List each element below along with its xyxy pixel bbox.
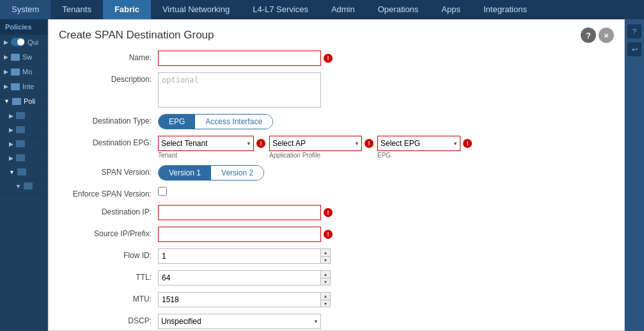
folder-icon bbox=[11, 54, 20, 61]
sidebar-item-sub1[interactable]: ▶ bbox=[0, 109, 47, 123]
mtu-label: MTU: bbox=[59, 292, 158, 303]
mtu-control-wrap: ▲ ▼ bbox=[158, 292, 614, 307]
sidebar-arrow: ▼ bbox=[4, 98, 10, 104]
mtu-increment[interactable]: ▲ bbox=[320, 292, 331, 300]
nav-system[interactable]: System bbox=[0, 0, 51, 19]
dscp-control-wrap: Unspecified ▼ bbox=[158, 314, 614, 329]
epg-select[interactable]: Select EPG bbox=[377, 136, 460, 151]
modal-header: Create SPAN Destination Group ? × bbox=[49, 20, 624, 48]
ttl-decrement[interactable]: ▼ bbox=[320, 278, 331, 286]
sidebar-item-sw[interactable]: ▶ Sw bbox=[0, 50, 47, 65]
description-row: Description: optional bbox=[59, 72, 614, 108]
destination-type-label: Destination Type: bbox=[59, 114, 158, 125]
sidebar-item-sub6[interactable]: ▼ bbox=[0, 179, 47, 193]
destination-type-row: Destination Type: EPG Access Interface bbox=[59, 114, 614, 129]
epg-sub-label: EPG bbox=[377, 152, 472, 159]
dscp-label: DSCP: bbox=[59, 314, 158, 325]
sidebar-item-mo[interactable]: ▶ Mo bbox=[0, 65, 47, 79]
name-label: Name: bbox=[59, 51, 158, 62]
description-input[interactable]: optional bbox=[158, 72, 321, 108]
ttl-control-wrap: ▲ ▼ bbox=[158, 270, 614, 286]
sidebar-arrow: ▶ bbox=[4, 54, 8, 60]
dscp-select[interactable]: Unspecified bbox=[158, 314, 321, 329]
flow-id-spinner: ▲ ▼ bbox=[320, 248, 331, 264]
destination-type-control-wrap: EPG Access Interface bbox=[158, 114, 614, 129]
mtu-spinner: ▲ ▼ bbox=[320, 292, 331, 307]
span-version-toggle-group: Version 1 Version 2 bbox=[158, 165, 264, 181]
tenant-sub-label: Tenant bbox=[158, 152, 265, 159]
right-panel-help-btn[interactable]: ? bbox=[627, 24, 641, 38]
nav-l4l7[interactable]: L4-L7 Services bbox=[241, 0, 320, 19]
mtu-input[interactable] bbox=[158, 292, 321, 307]
nav-integrations[interactable]: Integrations bbox=[472, 0, 538, 19]
tenant-col: Select Tenant ▼ ! Tenant bbox=[158, 136, 265, 159]
epg-select-wrap: Select EPG ▼ bbox=[377, 136, 460, 151]
sidebar-item-poli[interactable]: ▼ Poli bbox=[0, 94, 47, 109]
right-panel-back-btn[interactable]: ↩ bbox=[627, 42, 641, 56]
folder-icon bbox=[12, 98, 21, 105]
help-button[interactable]: ? bbox=[581, 28, 596, 43]
destination-ip-row: Destination IP: ! bbox=[59, 205, 614, 220]
description-control-wrap: optional bbox=[158, 72, 614, 108]
version2-btn[interactable]: Version 2 bbox=[211, 166, 263, 180]
ttl-input[interactable] bbox=[158, 270, 321, 286]
name-row: Name: ! bbox=[59, 51, 614, 66]
mtu-decrement[interactable]: ▼ bbox=[320, 300, 331, 307]
ttl-increment[interactable]: ▲ bbox=[320, 270, 331, 278]
destination-ip-label: Destination IP: bbox=[59, 205, 158, 216]
folder-icon bbox=[17, 168, 26, 175]
folder-icon bbox=[16, 154, 25, 161]
source-ip-control-wrap: ! bbox=[158, 227, 614, 242]
flow-id-decrement[interactable]: ▼ bbox=[320, 256, 331, 264]
name-input[interactable] bbox=[158, 51, 321, 66]
flow-id-increment[interactable]: ▲ bbox=[320, 248, 331, 256]
span-version-control-wrap: Version 1 Version 2 bbox=[158, 165, 614, 181]
version1-btn[interactable]: Version 1 bbox=[159, 166, 211, 180]
nav-admin[interactable]: Admin bbox=[320, 0, 366, 19]
flow-id-input[interactable] bbox=[158, 248, 321, 264]
nav-tenants[interactable]: Tenants bbox=[51, 0, 103, 19]
span-version-label: SPAN Version: bbox=[59, 165, 158, 177]
sidebar-label: Qui bbox=[27, 38, 38, 46]
sidebar-item-sub4[interactable]: ▶ bbox=[0, 151, 47, 165]
modal-actions: ? × bbox=[581, 28, 614, 43]
main-layout: Policies ▶ Qui ▶ Sw ▶ Mo ▶ Inte ▼ Poli ▶ bbox=[0, 19, 644, 331]
sidebar-item-sub2[interactable]: ▶ bbox=[0, 123, 47, 137]
sidebar-item-sub5[interactable]: ▼ bbox=[0, 165, 47, 179]
folder-icon bbox=[11, 83, 20, 90]
source-ip-error-dot: ! bbox=[324, 230, 333, 239]
description-label: Description: bbox=[59, 72, 158, 84]
enforce-span-row: Enforce SPAN Version: bbox=[59, 187, 614, 198]
flow-id-label: Flow ID: bbox=[59, 248, 158, 260]
ap-select-wrap: Select AP ▼ bbox=[269, 136, 362, 151]
destination-epg-control-wrap: Select Tenant ▼ ! Tenant bbox=[158, 136, 614, 159]
mtu-wrap: ▲ ▼ bbox=[158, 292, 331, 307]
nav-apps[interactable]: Apps bbox=[430, 0, 472, 19]
flow-id-control-wrap: ▲ ▼ bbox=[158, 248, 614, 264]
ttl-row: TTL: ▲ ▼ bbox=[59, 270, 614, 286]
sidebar-label: Sw bbox=[22, 53, 32, 61]
ap-sub-label: Application Profile bbox=[269, 152, 373, 159]
folder-icon bbox=[16, 126, 25, 133]
sidebar-item-inte[interactable]: ▶ Inte bbox=[0, 79, 47, 94]
enforce-span-checkbox[interactable] bbox=[158, 187, 167, 196]
ap-select[interactable]: Select AP bbox=[269, 136, 362, 151]
source-ip-row: Source IP/Prefix: ! bbox=[59, 227, 614, 242]
folder-icon bbox=[24, 182, 33, 190]
nav-operations[interactable]: Operations bbox=[366, 0, 430, 19]
sidebar-item-qui[interactable]: ▶ Qui bbox=[0, 35, 47, 50]
sidebar-item-sub3[interactable]: ▶ bbox=[0, 137, 47, 151]
sidebar-arrow: ▼ bbox=[9, 169, 15, 175]
epg-toggle-btn[interactable]: EPG bbox=[159, 115, 195, 129]
destination-ip-input[interactable] bbox=[158, 205, 321, 220]
ap-error-dot: ! bbox=[365, 139, 373, 148]
nav-fabric[interactable]: Fabric bbox=[103, 0, 151, 19]
close-button[interactable]: × bbox=[599, 28, 614, 43]
source-ip-input[interactable] bbox=[158, 227, 321, 242]
sidebar-arrow: ▼ bbox=[15, 183, 21, 190]
tenant-select[interactable]: Select Tenant bbox=[158, 136, 254, 151]
access-interface-toggle-btn[interactable]: Access Interface bbox=[195, 115, 272, 129]
modal-overlay: Create SPAN Destination Group ? × Name: … bbox=[48, 19, 625, 331]
nav-virtual-networking[interactable]: Virtual Networking bbox=[151, 0, 241, 19]
sidebar-arrow: ▶ bbox=[4, 69, 8, 75]
